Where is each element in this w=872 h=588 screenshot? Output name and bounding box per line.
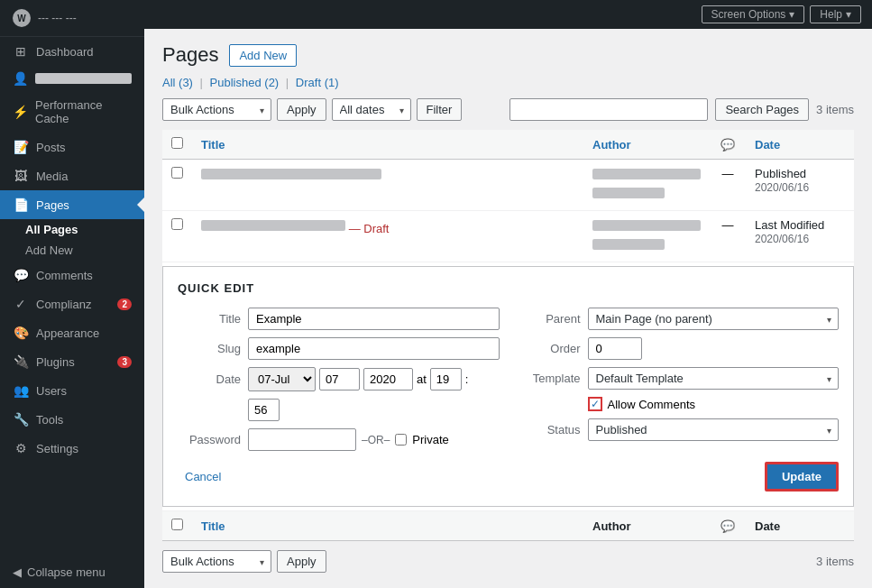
qe-template-row: Template Default Template ▾: [518, 367, 840, 390]
all-dates-select[interactable]: All dates: [332, 98, 411, 121]
qe-private-label: Private: [412, 433, 448, 446]
footer-col-title[interactable]: Title: [192, 511, 583, 541]
filter-all-link[interactable]: All (3): [162, 76, 193, 89]
sidebar-sub-add-new[interactable]: Add New: [0, 240, 144, 261]
comments-icon: 💬: [13, 268, 29, 282]
qe-title-input[interactable]: [248, 308, 500, 330]
screen-options-label: Screen Options: [711, 8, 786, 21]
sidebar-item-users[interactable]: 👥 Users: [0, 376, 144, 405]
search-input[interactable]: [509, 98, 708, 121]
sidebar-item-posts[interactable]: 📝 Posts: [0, 133, 144, 161]
qe-password-input[interactable]: [248, 428, 356, 451]
complianz-icon: ✓: [13, 297, 29, 311]
bulk-actions-select[interactable]: Bulk Actions Edit Move to Trash: [162, 98, 271, 121]
row1-title-blurred: [201, 169, 381, 179]
filter-published-link[interactable]: Published (2): [210, 76, 280, 89]
qe-parent-wrap: Main Page (no parent) ▾: [588, 308, 840, 330]
row2-draft-label: — Draft: [349, 222, 390, 235]
update-button[interactable]: Update: [765, 462, 839, 492]
select-all-checkbox[interactable]: [171, 137, 183, 149]
settings-icon: ⚙: [13, 441, 29, 455]
qe-month-select[interactable]: 07-Jul: [248, 367, 316, 391]
collapse-menu-button[interactable]: ◀ Collapse menu: [0, 556, 144, 588]
col-header-title[interactable]: Title: [192, 130, 583, 160]
qe-title-label: Title: [178, 312, 241, 326]
sidebar-item-plugins[interactable]: 🔌 Plugins 3: [0, 347, 144, 376]
footer-col-checkbox: [162, 511, 192, 541]
qe-parent-select[interactable]: Main Page (no parent): [588, 308, 840, 330]
add-new-button[interactable]: Add New: [229, 44, 297, 67]
sidebar-item-label: Posts: [36, 141, 66, 154]
qe-or-label: –OR–: [362, 434, 390, 446]
main-content: Screen Options ▾ Help ▾ Pages Add New Al…: [144, 0, 872, 588]
sidebar-item-complianz[interactable]: ✓ Complianz 2: [0, 289, 144, 318]
qe-status-wrap: Published Draft Pending Review ▾: [588, 418, 840, 441]
qe-min-row: [178, 399, 500, 421]
apply-button[interactable]: Apply: [277, 98, 326, 121]
screen-options-button[interactable]: Screen Options ▾: [702, 5, 805, 23]
allow-comments-checkbox[interactable]: ✓: [588, 397, 602, 411]
sidebar-item-label: Dashboard: [36, 45, 94, 59]
qe-status-select[interactable]: Published Draft Pending Review: [588, 418, 840, 441]
footer-select-all-checkbox[interactable]: [171, 519, 183, 530]
sidebar-item-tools[interactable]: 🔧 Tools: [0, 405, 144, 434]
qe-day-input[interactable]: [319, 368, 360, 390]
row2-comments-cell: —: [710, 211, 746, 262]
row2-author-blurred: [592, 220, 701, 231]
bottom-bulk-actions-select[interactable]: Bulk Actions Edit Move to Trash: [162, 550, 271, 573]
sidebar-item-pages[interactable]: 📄 Pages: [0, 190, 144, 219]
qe-date-inputs: 07-Jul at :: [248, 367, 500, 391]
sidebar-sub-all-pages[interactable]: All Pages: [0, 219, 144, 240]
row2-author-blurred2: [592, 239, 665, 250]
sidebar-item-media[interactable]: 🖼 Media: [0, 161, 144, 190]
quick-edit-form: Title Slug Date: [178, 308, 839, 451]
row1-date-cell: Published 2020/06/16: [746, 160, 854, 211]
cancel-button[interactable]: Cancel: [178, 466, 228, 487]
col-header-comments: 💬: [710, 130, 746, 160]
qe-min-input[interactable]: [248, 399, 280, 421]
tools-icon: 🔧: [13, 412, 29, 427]
qe-slug-input[interactable]: [248, 337, 500, 360]
user-name-blurred: [35, 73, 132, 84]
qe-order-row: Order: [518, 337, 840, 360]
pages-table: Title Author 💬 Date: [162, 130, 854, 541]
row2-status: Last Modified: [755, 218, 824, 232]
row2-author-cell: [583, 211, 710, 262]
separator: |: [200, 76, 203, 89]
qe-private-checkbox[interactable]: [395, 434, 407, 446]
sidebar-site-name: --- --- ---: [38, 12, 77, 24]
table-header-row: Title Author 💬 Date: [162, 130, 854, 160]
row1-author-blurred: [592, 169, 701, 179]
bottom-apply-button[interactable]: Apply: [277, 550, 326, 573]
qe-hour-input[interactable]: [430, 368, 462, 390]
filter-button[interactable]: Filter: [417, 98, 463, 121]
row1-checkbox[interactable]: [171, 167, 183, 179]
sidebar-item-dashboard[interactable]: ⊞ Dashboard: [0, 37, 144, 66]
help-button[interactable]: Help ▾: [810, 5, 861, 23]
sidebar-item-appearance[interactable]: 🎨 Appearance: [0, 318, 144, 347]
bottom-bulk-actions-wrap: Bulk Actions Edit Move to Trash ▾: [162, 550, 271, 573]
qe-at-label: at: [417, 372, 427, 386]
qe-status-label: Status: [518, 423, 581, 436]
sidebar-logo: W --- --- ---: [0, 0, 144, 37]
qe-parent-row: Parent Main Page (no parent) ▾: [518, 308, 840, 330]
row2-checkbox-cell: [162, 211, 192, 262]
qe-colon: :: [465, 372, 469, 386]
complianz-badge: 2: [117, 299, 132, 310]
search-pages-button[interactable]: Search Pages: [715, 98, 809, 121]
filter-draft-link[interactable]: Draft (1): [296, 76, 339, 89]
all-dates-wrap: All dates ▾: [332, 98, 411, 121]
sidebar: W --- --- --- ⊞ Dashboard 👤 ⚡ Performanc…: [0, 0, 144, 588]
sidebar-item-label: Appearance: [36, 326, 99, 340]
active-arrow: [137, 198, 144, 212]
sidebar-item-comments[interactable]: 💬 Comments: [0, 261, 144, 289]
content-area: Pages Add New All (3) | Published (2) | …: [144, 29, 872, 588]
sidebar-item-settings[interactable]: ⚙ Settings: [0, 434, 144, 463]
qe-template-select[interactable]: Default Template: [588, 367, 840, 390]
qe-order-input[interactable]: [588, 337, 642, 360]
bottom-toolbar: Bulk Actions Edit Move to Trash ▾ Apply …: [162, 550, 854, 573]
row2-checkbox[interactable]: [171, 218, 183, 230]
qe-year-input[interactable]: [363, 368, 413, 390]
dashboard-icon: ⊞: [13, 44, 29, 59]
sidebar-item-performance-cache[interactable]: ⚡ Performance Cache: [0, 91, 144, 133]
